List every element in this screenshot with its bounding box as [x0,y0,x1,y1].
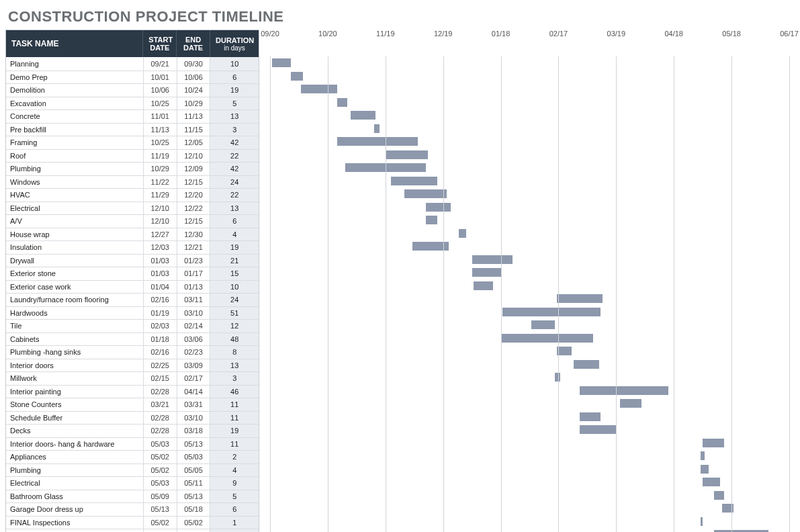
task-start: 05/09 [144,490,177,503]
task-end: 12/21 [177,241,211,254]
task-name: Electrical [6,477,144,490]
chart-bars [270,56,795,532]
bar-row [270,318,795,332]
bar-row [270,476,795,489]
task-end: 11/15 [177,124,211,136]
gantt-bar [580,412,601,421]
task-name: Plumbing -hang sinks [6,346,144,359]
task-start: 02/28 [144,425,177,437]
table-row: Decks02/2803/1819 [6,424,259,437]
task-duration: 6 [210,71,259,84]
gantt-bar [337,137,418,146]
task-end: 10/06 [177,71,211,84]
bar-row [270,449,795,463]
gantt-bar [426,203,451,212]
task-duration: 13 [210,110,259,123]
bar-row [270,83,795,96]
gantt-bar [351,111,375,120]
axis-tick: 06/17 [780,30,799,38]
task-start: 10/01 [144,71,177,84]
task-start: 02/16 [144,346,177,359]
axis-tick: 05/18 [722,30,741,38]
task-name: Demo Prep [6,71,144,84]
bar-row [270,345,795,358]
task-start: 10/06 [144,84,177,97]
bar-row [270,56,795,70]
table-row: Insulation12/0312/2119 [6,240,259,254]
task-name: Plumbing [6,163,144,175]
task-name: Insulation [6,241,144,254]
table-row: Exterior case work01/0401/1310 [6,280,259,294]
gridline [443,56,444,532]
col-header-duration-sub: in days [216,44,253,52]
task-end: 12/20 [177,189,211,202]
task-duration: 42 [210,136,259,149]
task-name: Demolition [6,84,144,97]
task-name: Wrap up [6,529,144,532]
task-end: 03/31 [177,398,211,411]
task-end: 05/05 [177,464,211,477]
bar-row [270,463,795,476]
task-duration: 28 [210,529,259,532]
task-end: 01/13 [177,281,211,294]
task-start: 05/02 [144,517,177,529]
table-row: Plumbing10/2912/0942 [6,162,259,175]
table-row: Schedule Buffer02/2803/1011 [6,411,259,425]
table-row: Interior doors- hang & hardware05/0305/1… [6,437,259,451]
task-name: Garage Door dress up [6,503,144,516]
task-duration: 51 [210,307,259,320]
task-start: 11/13 [144,124,177,136]
task-end: 12/30 [177,228,211,241]
bar-row [270,253,795,267]
gantt-bar [374,124,380,133]
task-duration: 42 [210,163,259,175]
gantt-bar [337,98,347,107]
task-duration: 4 [210,228,259,241]
task-start: 01/04 [144,281,177,294]
task-start: 02/03 [144,320,177,332]
bar-row [270,437,795,450]
task-duration: 10 [210,57,259,71]
bar-row [270,148,795,162]
table-row: Cabinets01/1803/0648 [6,332,259,346]
table-row: House wrap12/2712/304 [6,228,259,241]
task-name: Cabinets [6,333,144,346]
task-start: 05/02 [144,451,177,463]
gantt-bar [474,281,493,290]
task-name: Planning [6,57,144,71]
task-start: 01/18 [144,333,177,346]
bar-row [270,489,795,502]
task-duration: 5 [210,97,259,110]
task-end: 12/09 [177,163,211,175]
task-name: Exterior stone [6,267,144,280]
task-duration: 15 [210,267,259,280]
task-name: Windows [6,176,144,189]
table-row: Exterior stone01/0301/1715 [6,267,259,280]
table-row: Roof11/1912/1022 [6,149,259,163]
bar-row [270,384,795,398]
gridline [789,56,790,532]
task-name: Pre backfill [6,124,144,136]
table-row: Framing10/2512/0542 [6,136,259,149]
task-start: 12/10 [144,202,177,215]
task-duration: 19 [210,241,259,254]
bar-row [270,227,795,240]
task-name: Decks [6,425,144,437]
table-row: Plumbing -hang sinks02/1602/238 [6,345,259,359]
task-name: Tile [6,320,144,332]
bar-row [270,175,795,188]
bar-row [270,135,795,148]
task-duration: 11 [210,438,259,451]
task-table: TASK NAME START DATE END DATE DURATION i… [5,30,259,532]
gantt-bar [703,439,723,447]
task-duration: 3 [210,372,259,385]
task-start: 02/15 [144,372,177,385]
axis-tick: 04/18 [664,30,683,38]
gantt-bar [502,308,601,316]
gantt-bar [620,399,641,408]
table-row: Demo Prep10/0110/066 [6,71,259,84]
axis-tick: 01/18 [492,30,510,38]
task-name: Excavation [6,97,144,110]
gantt-bar [459,229,466,238]
col-header-name: TASK NAME [6,30,143,57]
